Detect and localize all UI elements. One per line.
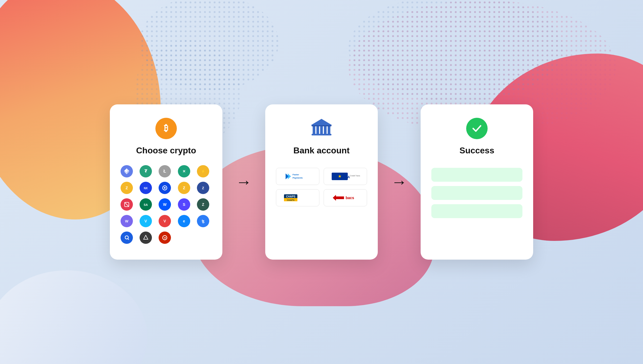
svg-line-22 (125, 202, 129, 207)
payment-logos: Faster Payments ★ SEPA Credit Transfer (276, 168, 367, 206)
svg-text:Z: Z (202, 186, 204, 190)
svg-text:₮: ₮ (144, 169, 147, 173)
svg-marker-34 (144, 235, 148, 239)
svg-text:⚡: ⚡ (201, 169, 205, 174)
crypto-wabi[interactable]: W (121, 215, 133, 227)
crypto-tez[interactable]: ꜩ (197, 215, 209, 227)
svg-text:e: e (183, 219, 185, 223)
bitcoin-icon: ₿ (155, 118, 177, 139)
crypto-red1[interactable] (121, 198, 133, 211)
chaps-badge[interactable]: CHAPS CHAPS (276, 189, 319, 206)
crypto-v2[interactable]: V (159, 215, 171, 227)
crypto-waves[interactable]: W (159, 198, 171, 211)
svg-text:S: S (183, 202, 185, 207)
svg-text:NX: NX (144, 187, 148, 190)
success-bars (431, 168, 522, 218)
svg-rect-39 (320, 126, 323, 134)
crypto-sa[interactable]: SA (140, 198, 152, 211)
svg-text:SEPA: SEPA (341, 175, 350, 179)
choose-crypto-title: Choose crypto (136, 146, 196, 156)
choose-crypto-card: ₿ Choose crypto ₮ Ł ✕ (110, 104, 222, 260)
crypto-x1[interactable]: ✕ (178, 165, 190, 177)
crypto-qash[interactable] (121, 232, 133, 244)
svg-text:Z: Z (202, 202, 204, 207)
svg-rect-37 (313, 126, 315, 134)
svg-text:SA: SA (144, 203, 148, 206)
crypto-eth[interactable] (121, 165, 133, 177)
crypto-grid: ₮ Ł ✕ ⚡ Z NX (121, 165, 212, 244)
crypto-stx[interactable]: S (178, 198, 190, 211)
svg-text:W: W (125, 219, 129, 223)
arrow-2: → (391, 174, 407, 190)
success-bar-1 (431, 168, 522, 182)
crypto-nexo[interactable]: NX (140, 182, 152, 194)
svg-text:CHAPS: CHAPS (287, 199, 295, 201)
success-bar-3 (431, 204, 522, 218)
crypto-red2[interactable]: ✦ (159, 232, 171, 244)
svg-rect-38 (316, 126, 319, 134)
svg-text:₿: ₿ (164, 123, 168, 133)
crypto-zel[interactable]: Z (197, 198, 209, 211)
crypto-z1[interactable]: Z (178, 182, 190, 194)
svg-text:V: V (145, 219, 147, 223)
faster-payments-badge[interactable]: Faster Payments (276, 168, 319, 185)
success-icon (466, 118, 488, 139)
crypto-zano[interactable]: Z (197, 182, 209, 194)
svg-rect-40 (324, 126, 327, 134)
svg-rect-42 (312, 134, 331, 135)
svg-text:ꜩ: ꜩ (202, 219, 204, 223)
success-title: Success (459, 146, 494, 156)
crypto-blockfi[interactable] (159, 182, 171, 194)
svg-text:Ł: Ł (164, 169, 166, 173)
svg-text:Faster: Faster (293, 173, 299, 176)
svg-text:W: W (163, 202, 167, 207)
crypto-zcash2[interactable]: Z (121, 182, 133, 194)
svg-marker-43 (311, 119, 332, 125)
crypto-ltc[interactable]: Ł (159, 165, 171, 177)
crypto-dark1[interactable] (140, 232, 152, 244)
svg-text:Z: Z (183, 186, 185, 190)
svg-line-33 (128, 238, 129, 240)
sepa-badge[interactable]: ★ SEPA Credit Transfer (324, 168, 367, 185)
success-card: Success (421, 104, 533, 260)
svg-rect-41 (328, 126, 330, 134)
crypto-vet[interactable]: V (140, 215, 152, 227)
svg-text:Credit Transfer: Credit Transfer (350, 175, 360, 177)
bank-icon (309, 118, 334, 139)
bacs-badge[interactable]: bacs (324, 189, 367, 206)
svg-text:✦: ✦ (164, 236, 166, 240)
crypto-zcash1[interactable]: ⚡ (197, 165, 209, 177)
crypto-ecash[interactable]: e (178, 215, 190, 227)
crypto-usdt[interactable]: ₮ (140, 165, 152, 177)
svg-text:✕: ✕ (182, 169, 186, 173)
bank-account-title: Bank account (293, 146, 350, 156)
svg-point-18 (164, 187, 166, 189)
bank-account-card: Bank account Faster Payments (265, 104, 378, 260)
success-bar-2 (431, 186, 522, 200)
svg-text:bacs: bacs (346, 196, 354, 200)
svg-text:Z: Z (126, 186, 128, 190)
svg-text:V: V (164, 219, 166, 223)
svg-text:CHAPS: CHAPS (286, 195, 295, 198)
svg-text:Payments: Payments (293, 177, 303, 179)
arrow-1: → (236, 174, 252, 190)
main-content: ₿ Choose crypto ₮ Ł ✕ (0, 0, 643, 364)
flow-container: ₿ Choose crypto ₮ Ł ✕ (110, 104, 533, 260)
svg-rect-44 (312, 125, 331, 126)
